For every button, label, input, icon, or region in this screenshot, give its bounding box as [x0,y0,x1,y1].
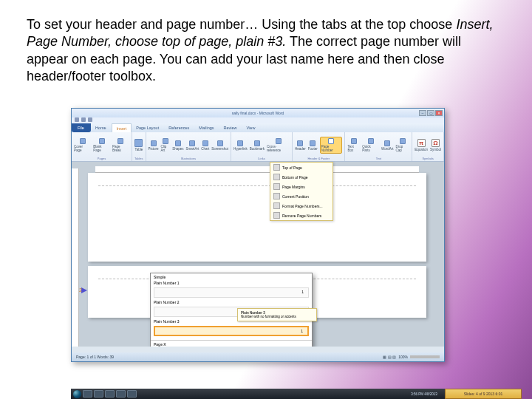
page-number-icon [328,138,334,144]
horizontal-ruler [95,166,419,173]
view-buttons[interactable]: ▦ ▤ ▧ [383,355,396,359]
windows-taskbar: 3:56 PM 4/8/2013 [71,389,445,399]
zoom-label: 100% [398,355,408,359]
ribbon-group-pages: Cover Page Blank Page Page Break Pages [72,132,132,161]
taskbar-item[interactable] [94,390,103,398]
tab-insert[interactable]: Insert [112,123,132,132]
tab-view[interactable]: View [242,123,261,132]
presenter-bar: Slides: 4 of 9 2013 6:01 [445,389,522,399]
taskbar-item[interactable] [83,390,92,398]
minimize-button[interactable]: – [419,110,426,116]
ribbon-group-links: Hyperlink Bookmark Cross-reference Links [231,132,293,161]
tab-references[interactable]: References [164,123,194,132]
tab-file[interactable]: File [72,123,91,132]
crossref-button[interactable]: Cross-reference [267,138,290,152]
window-title: sally final.docx - Microsoft Word [232,111,284,115]
header-button[interactable]: Header [295,140,306,151]
word-window: sally final.docx - Microsoft Word – ▭ × … [71,108,445,362]
textbox-button[interactable]: Text Box [347,138,360,152]
document-page[interactable] [88,173,426,262]
shapes-button[interactable]: Shapes [172,140,183,151]
chart-button[interactable]: Chart [201,140,209,151]
cover-page-button[interactable]: Cover Page [74,138,91,152]
taskbar-item[interactable] [105,390,115,398]
header-area[interactable] [98,179,416,186]
tab-page-layout[interactable]: Page Layout [132,123,164,132]
menu-format-page-numbers[interactable]: Format Page Numbers... [270,201,332,211]
table-button[interactable]: Table [134,139,143,151]
taskbar-item[interactable] [116,390,126,398]
vertical-ruler [72,168,79,347]
clipart-button[interactable]: Clip Art [161,138,171,152]
hyperlink-button[interactable]: Hyperlink [233,140,248,151]
page-break-button[interactable]: Page Break [112,138,129,152]
menu-remove-page-numbers[interactable]: Remove Page Numbers [270,211,332,220]
tab-home[interactable]: Home [91,123,112,132]
dropcap-button[interactable]: Drop Cap [395,138,409,152]
menu-bottom-of-page[interactable]: Bottom of Page [270,172,332,182]
bookmark-button[interactable]: Bookmark [250,140,265,151]
menu-page-margins[interactable]: Page Margins [270,182,332,191]
page-number-button[interactable]: Page Number [320,137,343,154]
status-bar: Page: 1 of 1 Words: 39 ▦ ▤ ▧ 100% [72,352,444,361]
taskbar-item[interactable] [127,390,137,398]
quickparts-button[interactable]: Quick Parts [362,138,379,152]
status-page-words: Page: 1 of 1 Words: 39 [76,355,114,359]
ribbon-group-symbols: πEquation ΩSymbol Symbols [412,132,444,161]
zoom-slider[interactable] [410,355,440,358]
smartart-button[interactable]: SmartArt [186,140,200,151]
blank-page-button[interactable]: Blank Page [93,138,110,152]
tab-review[interactable]: Review [219,123,242,132]
menu-current-position[interactable]: Current Position [270,191,332,201]
gallery-plain-3[interactable] [154,326,309,336]
symbol-button[interactable]: ΩSymbol [430,139,441,151]
ribbon-group-illustrations: Picture Clip Art Shapes SmartArt Chart S… [146,132,231,161]
ribbon-group-text: Text Box Quick Parts WordArt Drop Cap Te… [345,132,412,161]
screenshot-button[interactable]: Screenshot [211,140,228,151]
ribbon-group-tables: Table Tables [132,132,146,161]
ribbon: Cover Page Blank Page Page Break Pages T… [72,132,444,162]
menu-top-of-page[interactable]: Top of Page [270,163,332,172]
quick-access-toolbar[interactable] [72,117,444,123]
equation-button[interactable]: πEquation [415,139,428,151]
callout-step-2: 2 [79,287,87,293]
document-area: Simple Plain Number 1 Plain Number 2 Pla… [72,162,444,347]
picture-button[interactable]: Picture [149,140,159,151]
ribbon-tabs: File Home Insert Page Layout References … [72,123,444,132]
ribbon-group-header-footer: Header Footer Page Number Header & Foote… [293,132,345,161]
start-button[interactable] [73,390,81,398]
title-bar: sally final.docx - Microsoft Word – ▭ × [72,109,444,117]
close-button[interactable]: × [435,110,443,116]
gallery-tooltip: Plain Number 3Number with no formatting … [237,308,317,321]
gallery-plain-1[interactable] [154,287,309,298]
page-number-submenu: Top of Page Bottom of Page Page Margins … [270,162,333,221]
system-clock[interactable]: 3:56 PM 4/8/2013 [406,392,443,396]
instruction-text: To set your header and page number… Usin… [0,0,532,93]
tab-mailings[interactable]: Mailings [194,123,219,132]
footer-button[interactable]: Footer [308,140,318,151]
maximize-button[interactable]: ▭ [427,110,434,116]
wordart-button[interactable]: WordArt [381,140,393,151]
